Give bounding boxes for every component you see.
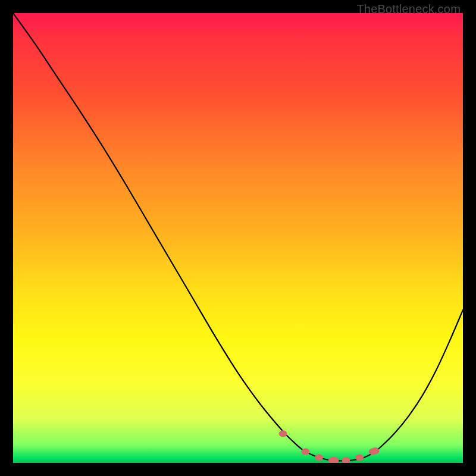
marker-dot [315, 454, 323, 461]
marker-dot [371, 447, 380, 454]
marker-dot [342, 457, 350, 463]
watermark-text: TheBottleneck.com [356, 2, 461, 16]
marker-dot [279, 430, 287, 437]
marker-dot [355, 454, 364, 461]
chart-svg [13, 13, 463, 463]
marker-dot [301, 449, 309, 455]
bottleneck-curve [13, 13, 463, 461]
main-curve-group [13, 13, 463, 461]
